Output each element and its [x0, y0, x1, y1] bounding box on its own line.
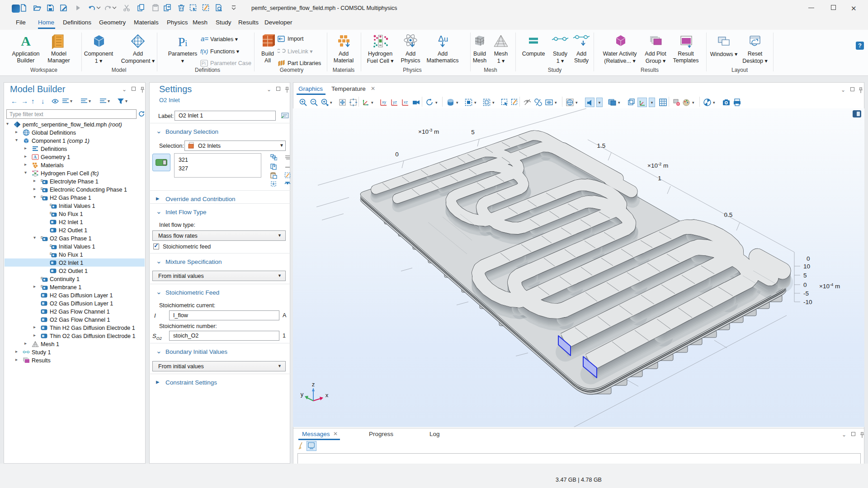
svg-text:-10: -10 [803, 299, 812, 305]
svg-text:1.5: 1.5 [597, 142, 606, 149]
svg-text:Pi: Pi [202, 61, 206, 66]
svg-text:yz: yz [393, 100, 397, 104]
svg-text:0: 0 [395, 151, 399, 158]
svg-text:0: 0 [803, 282, 807, 288]
svg-text:xz: xz [404, 100, 408, 104]
svg-text:f(x): f(x) [200, 48, 208, 55]
svg-text:a=: a= [201, 35, 208, 42]
svg-text:0: 0 [807, 255, 810, 262]
svg-text:A: A [33, 155, 37, 160]
svg-text:5: 5 [471, 129, 475, 136]
svg-text:5: 5 [803, 272, 807, 279]
svg-text:A: A [21, 33, 31, 48]
svg-text:10: 10 [803, 263, 810, 270]
svg-text:-5: -5 [803, 290, 809, 297]
svg-text:Δu: Δu [438, 34, 448, 43]
svg-text:x: x [326, 392, 329, 399]
svg-text:0.5: 0.5 [724, 211, 733, 218]
svg-text:xy: xy [382, 100, 387, 104]
svg-text:1: 1 [658, 175, 661, 182]
svg-text:z: z [312, 381, 315, 388]
svg-text:y: y [301, 391, 304, 398]
svg-text:Pi: Pi [178, 35, 188, 49]
